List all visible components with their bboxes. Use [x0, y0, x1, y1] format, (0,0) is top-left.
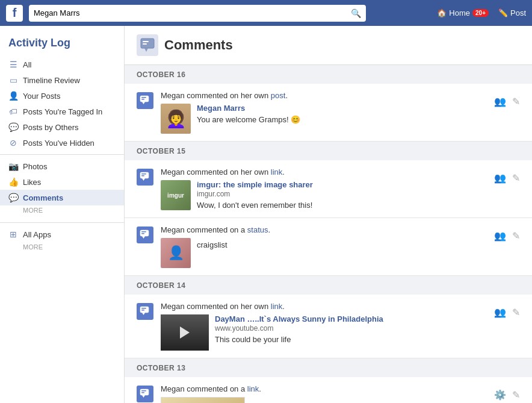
date-section-oct14: OCTOBER 14 [125, 276, 532, 295]
post-label: Post [510, 8, 526, 17]
nav-right: 🏠 Home 20+ ✏️ Post [437, 8, 526, 17]
sidebar-item-all[interactable]: ☰ All [0, 57, 124, 72]
activity-actions-oct15-2: 👥 ✎ [494, 230, 520, 242]
svg-rect-10 [141, 173, 146, 175]
sidebar-item-likes[interactable]: 👍 Likes [0, 174, 124, 190]
edit-icon-oct15-2[interactable]: ✎ [512, 230, 520, 242]
preview-comment-oct15-1: Wow, I don't even remember this! [197, 201, 487, 210]
activity-link-oct15-2[interactable]: status [247, 225, 268, 234]
avatar-oct16-1: 👩‍🦱 [161, 104, 191, 134]
activity-row-oct14-1: Megan commented on her own link. DayMan … [125, 295, 532, 358]
audience-icon-oct15-2[interactable]: 👥 [494, 230, 506, 242]
preview-url-oct14-1: www.youtube.com [215, 324, 487, 333]
sidebar-item-all-label: All [23, 60, 31, 69]
apps-icon: ⊞ [8, 230, 18, 239]
preview-info-oct15-2: craigslist [197, 238, 487, 249]
svg-marker-9 [142, 178, 145, 181]
date-section-oct13: OCTOBER 13 [125, 358, 532, 377]
sidebar-item-timeline-label: Timeline Review [23, 76, 80, 85]
top-navigation: f 🔍 🏠 Home 20+ ✏️ Post [0, 0, 532, 26]
preview-info-oct16-1: Megan Marrs You are welcome Gramps! 😊 [197, 104, 487, 124]
likes-icon: 👍 [8, 177, 18, 187]
sidebar-more-2[interactable]: MORE [0, 242, 124, 255]
sidebar-item-posts-hidden[interactable]: ⊘ Posts You've Hidden [0, 135, 124, 151]
settings-icon-oct13-1[interactable]: ⚙️ [494, 389, 506, 401]
hidden-icon: ⊘ [8, 138, 18, 148]
content-area: Comments OCTOBER 16 Megan commented on h… [125, 26, 532, 403]
preview-title-oct16-1: Megan Marrs [197, 104, 487, 113]
sidebar-item-others-label: Posts by Others [23, 123, 78, 132]
activity-content-oct13-1: Megan commented on a link. 🗡️ [161, 384, 487, 403]
svg-rect-16 [140, 307, 149, 313]
svg-rect-7 [141, 99, 144, 100]
sidebar-item-comments-label: Comments [23, 193, 63, 202]
sidebar-item-comments[interactable]: 💬 Comments [0, 190, 124, 205]
svg-rect-14 [141, 231, 146, 233]
preview-title-oct14-1: DayMan …..It`s Always Sunny in Philadelp… [215, 314, 487, 323]
edit-icon-oct13-1[interactable]: ✎ [512, 389, 520, 401]
search-icon[interactable]: 🔍 [351, 8, 361, 18]
video-thumb-oct14-1 [161, 314, 209, 351]
sidebar-item-photos-label: Photos [23, 162, 47, 171]
activity-link-oct15-1[interactable]: link [271, 167, 283, 177]
search-input[interactable] [34, 8, 347, 17]
preview-url-oct15-1: imgur.com [197, 190, 487, 198]
audience-icon-oct14-1[interactable]: 👥 [494, 307, 506, 318]
home-icon: 🏠 [437, 8, 447, 17]
sidebar-item-timeline-review[interactable]: ▭ Timeline Review [0, 72, 124, 88]
activity-actions-oct15-1: 👥 ✎ [494, 172, 520, 184]
activity-content-oct16-1: Megan commented on her own post. 👩‍🦱 Meg… [161, 91, 487, 134]
activity-content-oct15-1: Megan commented on her own link. imgur i… [161, 167, 487, 210]
date-label-oct13: OCTOBER 13 [137, 364, 185, 372]
preview-info-oct14-1: DayMan …..It`s Always Sunny in Philadelp… [215, 314, 487, 344]
preview-comment-oct14-1: This could be your life [215, 335, 487, 344]
activity-link-oct16-1[interactable]: post [271, 91, 286, 100]
others-icon: 💬 [8, 122, 18, 132]
content-header: Comments [125, 26, 532, 65]
sidebar-item-posts-by-others[interactable]: 💬 Posts by Others [0, 119, 124, 135]
post-icon: ✏️ [498, 8, 508, 17]
activity-comment-icon-3 [137, 303, 153, 320]
preview-info-oct15-1: imgur: the simple image sharer imgur.com… [197, 180, 487, 210]
activity-row-oct15-2: Megan commented on a status. 👤 craigslis… [125, 218, 532, 276]
sidebar-item-likes-label: Likes [23, 178, 41, 187]
svg-rect-0 [141, 39, 154, 48]
sidebar-item-all-apps[interactable]: ⊞ All Apps [0, 226, 124, 242]
post-nav-link[interactable]: ✏️ Post [498, 8, 526, 17]
audience-icon-oct15-1[interactable]: 👥 [494, 172, 506, 184]
sidebar-item-your-posts[interactable]: 👤 Your Posts [0, 88, 124, 104]
svg-marker-21 [142, 395, 145, 398]
activity-row-oct15-1: Megan commented on her own link. imgur i… [125, 160, 532, 218]
edit-icon-oct15-1[interactable]: ✎ [512, 172, 520, 184]
activity-content-oct15-2: Megan commented on a status. 👤 craigslis… [161, 225, 487, 268]
sidebar-divider-1 [0, 154, 124, 155]
comments-header-icon [137, 34, 158, 56]
home-badge: 20+ [472, 9, 489, 17]
activity-text-oct15-2: Megan commented on a status. [161, 225, 487, 234]
timeline-icon: ▭ [8, 75, 18, 85]
activity-comment-icon-2 [137, 226, 153, 243]
svg-marker-1 [144, 48, 148, 52]
preview-title-oct15-1: imgur: the simple image sharer [197, 180, 487, 189]
svg-rect-8 [140, 172, 149, 178]
activity-link-oct14-1[interactable]: link [271, 302, 283, 311]
svg-marker-13 [142, 236, 145, 239]
svg-rect-19 [141, 310, 144, 311]
edit-icon-oct14-1[interactable]: ✎ [512, 307, 520, 318]
sidebar-more-1[interactable]: MORE [0, 205, 124, 219]
audience-icon-oct16-1[interactable]: 👥 [494, 96, 506, 107]
edit-icon-oct16-1[interactable]: ✎ [512, 96, 520, 107]
sidebar-item-hidden-label: Posts You've Hidden [23, 139, 94, 148]
sidebar: Activity Log ☰ All ▭ Timeline Review 👤 Y… [0, 26, 125, 403]
search-bar: 🔍 [29, 5, 366, 22]
sidebar-item-posts-tagged-in[interactable]: 🏷 Posts You're Tagged In [0, 104, 124, 119]
activity-comment-icon-1 [137, 169, 153, 186]
svg-rect-20 [140, 389, 149, 395]
activity-link-oct13-1[interactable]: link [247, 384, 259, 393]
activity-row-oct13-1: Megan commented on a link. 🗡️ ⚙️ ✎ [125, 377, 532, 403]
activity-comment-icon-0 [137, 92, 153, 109]
sidebar-item-photos[interactable]: 📷 Photos [0, 158, 124, 174]
svg-rect-2 [143, 41, 149, 42]
home-nav-link[interactable]: 🏠 Home 20+ [437, 8, 489, 17]
preview-comment-oct16-1: You are welcome Gramps! 😊 [197, 115, 487, 124]
